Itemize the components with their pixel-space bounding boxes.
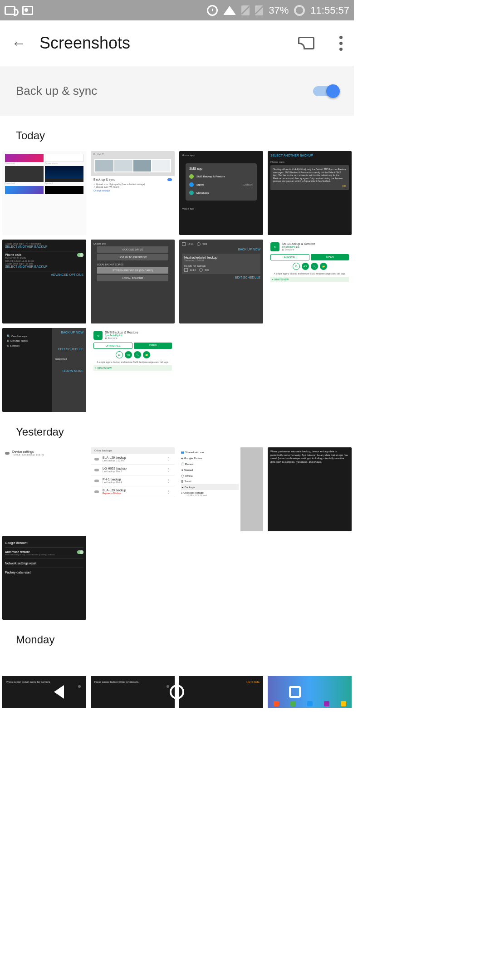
thumbnail[interactable]: Device settings75.0 KB · Last backup: 3:… bbox=[2, 447, 86, 531]
back-button[interactable]: ← bbox=[11, 35, 26, 52]
nav-recent-button[interactable] bbox=[286, 683, 304, 701]
navigation-bar bbox=[0, 676, 354, 708]
thumbnail[interactable]: SELECT ANOTHER BACKUP Phone calls Starti… bbox=[268, 151, 352, 235]
backup-sync-bar[interactable]: Back up & sync bbox=[0, 66, 354, 116]
thumbnail[interactable]: 🔍 View backups 🗑 Manage space ⚙ Settings… bbox=[2, 328, 86, 412]
thumbnail[interactable]: Other backups BLA-L29 backupLast backup:… bbox=[91, 447, 175, 531]
thumbnail[interactable]: ↻ SMS Backup & RestoreSyncTech Pty Ltd▣ … bbox=[91, 328, 175, 412]
thumbnail[interactable]: Google Drive copy · ??·? messages SELECT… bbox=[2, 240, 86, 323]
thumbnail[interactable]: Download Screenshots Download AnimeX bbox=[2, 151, 86, 235]
battery-text: 37% bbox=[269, 5, 289, 16]
thumbnail[interactable]: Google Account Automatic restoreWhen rei… bbox=[2, 536, 86, 620]
thumbnail[interactable]: Fri, Feb 7? Back up & sync ✓ Upload size… bbox=[91, 151, 175, 235]
sim-icon bbox=[241, 5, 250, 15]
page-title: Screenshots bbox=[39, 34, 284, 53]
section-today: Today bbox=[0, 116, 354, 151]
alarm-icon bbox=[207, 5, 218, 16]
app-bar: ← Screenshots bbox=[0, 20, 354, 66]
section-monday: Monday bbox=[0, 620, 354, 655]
loading-icon bbox=[294, 5, 305, 16]
thumbnail[interactable]: 👥 Shared with me ◈ Google Photos 🕐 Recen… bbox=[179, 447, 263, 531]
more-icon[interactable] bbox=[339, 36, 343, 51]
gallery-icon bbox=[22, 6, 33, 15]
thumbnail[interactable]: When you turn on automatic backup, devic… bbox=[268, 447, 352, 531]
thumbnail[interactable]: 1114503 BACK UP NOW Next scheduled backu… bbox=[179, 240, 263, 323]
thumbnail[interactable]: Choose one GOOGLE DRIVE LOG IN TO DROPBO… bbox=[91, 240, 175, 323]
nav-back-button[interactable] bbox=[50, 683, 68, 701]
wifi-icon bbox=[223, 6, 236, 15]
time-text: 11:55:57 bbox=[310, 5, 349, 16]
nav-home-button[interactable] bbox=[168, 683, 186, 701]
sim-icon bbox=[255, 5, 263, 15]
coffee-icon bbox=[5, 6, 15, 15]
thumbnail[interactable]: Home app SMS app SMS Backup & Restore Si… bbox=[179, 151, 263, 235]
section-yesterday: Yesterday bbox=[0, 412, 354, 447]
status-bar: 37% 11:55:57 bbox=[0, 0, 354, 20]
cast-icon[interactable] bbox=[298, 37, 314, 49]
thumbnail[interactable]: ↻ SMS Backup & RestoreSyncTech Pty Ltd▣ … bbox=[268, 240, 352, 323]
backup-sync-label: Back up & sync bbox=[16, 84, 97, 98]
backup-sync-toggle[interactable] bbox=[313, 86, 338, 96]
